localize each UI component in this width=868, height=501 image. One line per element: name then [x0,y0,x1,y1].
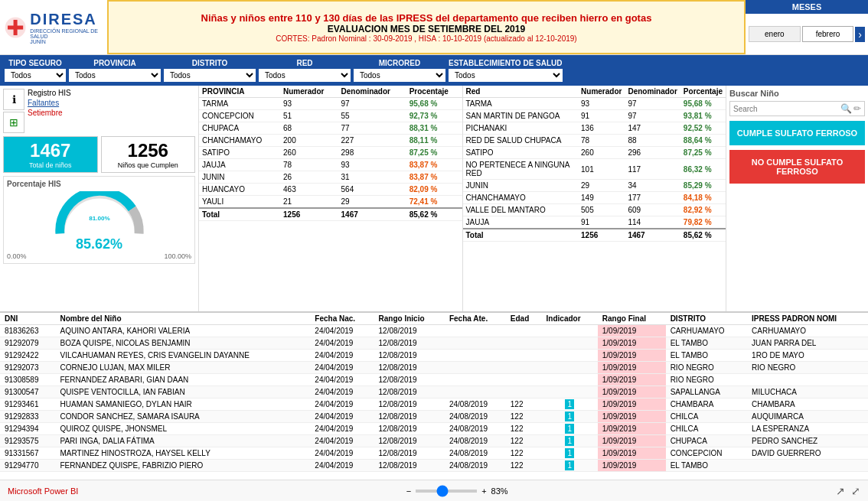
svg-text:81.00%: 81.00% [89,215,110,222]
total-ninos-label: Total de niños [29,161,72,169]
main-container: DIRESA DIRECCIÓN REGIONAL DE SALUD JUNÍN… [0,0,868,501]
table-row[interactable]: CHANCHAMAYO20022788,11 % [199,135,462,147]
table-row[interactable]: JUNIN293485,29 % [463,180,726,192]
filter-establecimiento-label: ESTABLECIMIENTO DE SALUD [449,59,563,67]
list-item[interactable]: 91292833CONDOR SANCHEZ, SAMARA ISAURA24/… [0,411,868,423]
powerbi-link[interactable]: Microsoft Power BI [8,486,78,496]
gauge-percent: 85.62% [76,236,122,252]
share-icon[interactable]: ↗ [836,485,845,497]
total-ninos-value: 1467 [30,140,70,161]
stats-row: 1467 Total de niños 1256 Niños que Cumpl… [3,136,195,173]
table-row[interactable]: SAN MARTIN DE PANGOA919793,81 % [463,110,726,122]
footer-icons: ↗ ⤢ [836,485,860,497]
red-table-wrap[interactable]: Red Numerador Denominador Porcentaje TAR… [463,86,726,311]
search-input[interactable] [733,105,839,113]
col-numerador-red: Numerador [578,86,625,98]
list-item[interactable]: 91293461HUAMAN SAMANIEGO, DYLAN HAIR24/0… [0,399,868,411]
filters-row: TIPO SEGURO Todos PROVINCIA Todos DISTRI… [0,55,868,86]
col-red: Red [463,86,579,98]
search-box: 🔍 ✏ [729,101,865,116]
porcentaje-section: Porcentaje HIS 81.00% 85.62% 0.00 [3,176,195,264]
filter-establecimiento-select[interactable]: Todos [449,69,563,82]
list-item[interactable]: 91292079BOZA QUISPE, NICOLAS BENJAMIN24/… [0,337,868,350]
footer: Microsoft Power BI − + 83% ↗ ⤢ [0,480,868,501]
filter-provincia: PROVINCIA Todos [69,59,161,82]
table-row[interactable]: YAULI212972,41 % [199,196,462,209]
no-cumple-sulfato-btn[interactable]: NO CUMPLE SULFATO FERROSO [729,150,865,184]
zoom-slider[interactable] [416,490,477,493]
table-row[interactable]: CHANCHAMAYO14917784,18 % [463,192,726,204]
logo-name: DIRESA [30,11,103,28]
header-title-main: Niñas y niños entre 110 y 130 días de la… [201,12,652,24]
faltantes-link[interactable]: Faltantes [28,99,71,107]
logo-region: JUNÍN [30,39,103,44]
list-item[interactable]: 91292422VILCAHUAMAN REYES, CRIS EVANGELI… [0,350,868,362]
header: DIRESA DIRECCIÓN REGIONAL DE SALUD JUNÍN… [0,0,868,55]
search-label: Buscar Niño [729,89,865,98]
header-title-cut: CORTES: Padron Nominal : 30-09-2019 , HI… [276,34,576,43]
table-row[interactable]: VALLE DEL MANTARO50560982,92 % [463,204,726,216]
zoom-minus[interactable]: − [406,486,411,496]
table-row[interactable]: JAUJA789383,87 % [199,159,462,171]
zoom-plus[interactable]: + [481,486,486,496]
cumple-box: 1256 Niños que Cumplen [101,136,196,173]
filter-distrito-select[interactable]: Todos [164,69,256,82]
header-title-sub: EVALUACION MES DE SETIEMBRE DEL 2019 [328,24,525,34]
month-febrero-btn[interactable]: febrero [802,26,854,42]
col-procentaje: Procentaje [406,86,462,98]
table-row[interactable]: SATIPO26029687,25 % [463,147,726,159]
list-item[interactable]: 91294394QUIROZ QUISPE, JHONSMEL24/04/201… [0,423,868,435]
col-denominador-red: Denominador [625,86,680,98]
table-row[interactable]: SATIPO26029887,25 % [199,147,462,159]
cumple-sulfato-btn[interactable]: CUMPLE SULFATO FERROSO [729,121,865,145]
filter-distrito: DISTRITO Todos [164,59,256,82]
col-porcentaje-red: Porcentaje [680,86,726,98]
filter-provincia-select[interactable]: Todos [69,69,161,82]
table-row[interactable]: TARMA939795,68 % [463,98,726,110]
list-item[interactable]: 91300547QUISPE VENTOCILLA, IAN FABIAN24/… [0,386,868,399]
table-row[interactable]: JUNIN263183,87 % [199,171,462,184]
expand-icon[interactable]: ⤢ [851,485,860,497]
list-item[interactable]: 91292073CORNEJO LUJAN, MAX MILER24/04/20… [0,362,868,374]
header-title-area: Niñas y niños entre 110 y 130 días de la… [107,0,746,54]
gauge-min: 0.00% [7,252,27,260]
table-row[interactable]: PICHANAKI13614792,52 % [463,122,726,135]
months-buttons: enero febrero › [746,14,868,54]
filter-tipo-seguro-select[interactable]: Todos [5,69,66,82]
list-item[interactable]: 91331567MARTINEZ HINOSTROZA, HAYSEL KELL… [0,447,868,460]
month-next-btn[interactable]: › [855,27,865,42]
table-row[interactable]: CHUPACA687788,31 % [199,122,462,135]
table-row[interactable]: JAUJA9111479,82 % [463,216,726,229]
info-btn[interactable]: ℹ [3,89,24,110]
search-icon: 🔍 [840,103,852,114]
search-area: Buscar Niño 🔍 ✏ [729,89,865,116]
table-row[interactable]: TARMA939795,68 % [199,98,462,110]
filter-microred-select[interactable]: Todos [354,69,445,82]
month-enero-btn[interactable]: enero [749,26,801,42]
tables-area: PROVINCIA Numerador Denominador Procenta… [199,86,726,311]
edit-icon[interactable]: ✏ [853,103,861,114]
filter-red-select[interactable]: Todos [259,69,351,82]
gauge-container: 81.00% 85.62% 0.00% 100.00% [7,191,191,260]
table-row[interactable]: RED DE SALUD CHUPACA788888,64 % [463,135,726,147]
list-item[interactable]: 81836263AQUINO ANTARA, KAHORI VALERIA24/… [0,325,868,337]
list-item[interactable]: 91308589FERNANDEZ ARABARI, GIAN DAAN24/0… [0,374,868,386]
right-panel: Buscar Niño 🔍 ✏ CUMPLE SULFATO FERROSO N… [726,86,868,311]
middle-panel: PROVINCIA Numerador Denominador Procenta… [199,86,726,311]
logo: DIRESA DIRECCIÓN REGIONAL DE SALUD JUNÍN [4,11,103,44]
excel-btn[interactable]: ⊞ [3,112,24,133]
filter-microred: MICRORED Todos [354,59,445,82]
filter-microred-label: MICRORED [354,59,445,67]
table-row[interactable]: NO PERTENECE A NINGUNA RED10111786,32 % [463,159,726,180]
red-table: Red Numerador Denominador Porcentaje TAR… [463,86,726,242]
list-item[interactable]: 91294770FERNANDEZ QUISPE, FABRIZIO PIERO… [0,460,868,472]
content-area: ℹ ⊞ Registro HIS Faltantes Setiembre 146… [0,86,868,311]
provincia-table-wrap[interactable]: PROVINCIA Numerador Denominador Procenta… [199,86,463,311]
table-row[interactable]: CONCEPCION515592,73 % [199,110,462,122]
list-item[interactable]: 91293575PARI INGA, DALIA FÁTIMA24/04/201… [0,435,868,447]
table-total-row: Total1256146785,62 % [199,208,462,221]
col-denominador: Denominador [338,86,406,98]
table-row[interactable]: HUANCAYO46356482,09 % [199,184,462,196]
data-table-wrap[interactable]: DNINombre del NiñoFecha Nac.Rango Inicio… [0,313,868,480]
filter-red: RED Todos [259,59,351,82]
